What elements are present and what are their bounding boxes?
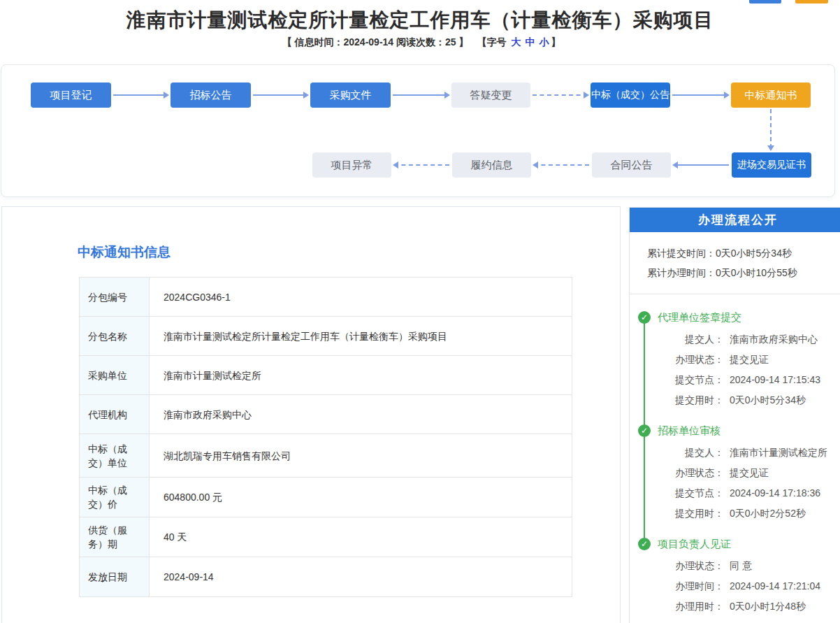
arrow-down-dashed-icon [770, 109, 772, 148]
table-row: 分包编号 2024CG0346-1 [80, 278, 572, 317]
process-detail: 办理状态：同 意 [658, 556, 840, 576]
arrow-right-dashed-icon [533, 94, 588, 96]
partial-button-primary[interactable] [749, 0, 781, 3]
detail-label: 办理状态： [658, 350, 724, 370]
table-row: 采购单位 淮南市计量测试检定所 [80, 356, 572, 395]
arrow-right-icon [672, 94, 728, 96]
detail-label: 提交节点： [658, 370, 724, 390]
row-value: 淮南市政府采购中心 [150, 395, 572, 434]
page: 淮南市计量测试检定所计量检定工作用车（计量检衡车）采购项目 【 信息时间：202… [0, 0, 840, 623]
detail-value: 0天0小时2分52秒 [730, 503, 806, 524]
row-label: 中标（成交）价 [80, 478, 150, 517]
row-label: 中标（成交）单位 [80, 434, 150, 477]
process-sidebar: 办理流程公开 累计提交时间：0天0小时5分34秒 累计办理时间：0天0小时10分… [629, 207, 840, 623]
detail-label: 办理时间： [658, 576, 724, 596]
arrow-right-icon [253, 94, 307, 96]
detail-value: 淮南市计量测试检定所 [730, 443, 827, 463]
process-detail: 办理用时：0天0小时1分48秒 [658, 596, 840, 617]
notice-heading: 中标通知书信息 [78, 243, 171, 262]
detail-label: 提交节点： [658, 483, 724, 503]
row-value: 604800.00 元 [150, 478, 572, 517]
partial-button-warning[interactable] [795, 0, 828, 3]
row-value: 40 天 [150, 517, 572, 557]
detail-value: 0天0小时5分34秒 [730, 390, 806, 410]
flow-step-transaction-certificate[interactable]: 进场交易见证书 [732, 152, 811, 178]
detail-value: 提交见证 [730, 463, 769, 483]
detail-label: 提交人： [658, 443, 724, 463]
flow-step-performance-info[interactable]: 履约信息 [452, 152, 531, 178]
process-step-title: 招标单位审核 [658, 423, 840, 438]
flow-step-qa-changes[interactable]: 答疑变更 [451, 83, 530, 108]
process-step-details: 办理状态：同 意 办理时间：2024-09-14 17:21:04 办理用时：0… [658, 556, 840, 617]
summary-label: 累计提交时间： [647, 248, 716, 259]
sidebar-header: 办理流程公开 [630, 208, 840, 232]
arrow-left-dashed-icon [394, 164, 449, 166]
process-step-title: 项目负责人见证 [658, 536, 840, 552]
notice-info-table: 分包编号 2024CG0346-1 分包名称 淮南市计量测试检定所计量检定工作用… [79, 277, 572, 597]
detail-value: 2024-09-14 17:18:36 [730, 483, 820, 503]
info-line: 【 信息时间：2024-09-14 阅读次数：25 】 【字号大中小】 [0, 36, 840, 49]
row-value: 湖北凯瑞专用车销售有限公司 [150, 434, 572, 477]
summary-label: 累计办理时间： [647, 267, 716, 278]
arrow-right-icon [113, 94, 168, 96]
process-detail: 办理时间：2024-09-14 17:21:04 [658, 576, 840, 596]
check-icon: ✓ [638, 538, 651, 550]
row-value: 淮南市计量测试检定所 [150, 356, 572, 394]
process-step-details: 提交人：淮南市计量测试检定所 办理状态：提交见证 提交节点：2024-09-14… [658, 443, 840, 524]
detail-value: 2024-09-14 17:21:04 [730, 576, 820, 596]
detail-value: 0天0小时1分48秒 [730, 596, 806, 617]
process-detail: 提交用时：0天0小时5分34秒 [658, 390, 840, 410]
process-detail: 提交用时：0天0小时2分52秒 [658, 503, 840, 524]
row-value: 2024-09-14 [150, 557, 572, 596]
process-detail: 办理状态：提交见证 [658, 463, 840, 483]
flow-step-project-registration[interactable]: 项目登记 [31, 83, 111, 108]
detail-label: 提交用时： [658, 503, 724, 524]
row-label: 发放日期 [80, 557, 150, 596]
summary-line: 累计提交时间：0天0小时5分34秒 [647, 243, 840, 263]
flow-step-procurement-documents[interactable]: 采购文件 [310, 83, 391, 108]
row-label: 采购单位 [80, 356, 150, 394]
process-step: ✓ 代理单位签章提交 提交人：淮南市政府采购中心 办理状态：提交见证 提交节点：… [630, 310, 840, 410]
flow-step-project-abnormal[interactable]: 项目异常 [312, 152, 391, 178]
row-value: 淮南市计量测试检定所计量检定工作用车（计量检衡车）采购项目 [150, 317, 572, 355]
page-title: 淮南市计量测试检定所计量检定工作用车（计量检衡车）采购项目 [0, 7, 840, 34]
detail-value: 2024-09-14 17:15:43 [730, 370, 820, 390]
font-size-small[interactable]: 小 [539, 36, 549, 48]
table-row: 发放日期 2024-09-14 [80, 557, 572, 596]
process-summary: 累计提交时间：0天0小时5分34秒 累计办理时间：0天0小时10分55秒 [630, 232, 840, 294]
row-label: 分包名称 [80, 317, 150, 355]
flow-step-award-notice[interactable]: 中标通知书 [731, 83, 811, 108]
check-icon: ✓ [638, 424, 651, 437]
row-value: 2024CG0346-1 [150, 278, 572, 316]
detail-value: 同 意 [730, 556, 752, 576]
process-detail: 提交人：淮南市政府采购中心 [658, 329, 840, 350]
process-step-details: 提交人：淮南市政府采购中心 办理状态：提交见证 提交节点：2024-09-14 … [658, 329, 840, 410]
process-step-title: 代理单位签章提交 [658, 310, 840, 325]
info-meta: 【 信息时间：2024-09-14 阅读次数：25 】 [282, 36, 469, 48]
table-row: 中标（成交）价 604800.00 元 [80, 478, 572, 517]
row-label: 代理机构 [80, 395, 150, 434]
summary-value: 0天0小时5分34秒 [716, 248, 792, 259]
process-flow-card: 项目登记 招标公告 采购文件 答疑变更 中标（成交）公告 中标通知书 项目异常 … [1, 64, 835, 197]
font-size-medium[interactable]: 中 [525, 36, 535, 48]
arrow-left-icon [674, 164, 729, 166]
detail-label: 办理状态： [658, 556, 724, 576]
table-row: 代理机构 淮南市政府采购中心 [80, 395, 572, 434]
table-row: 中标（成交）单位 湖北凯瑞专用车销售有限公司 [80, 434, 572, 478]
row-label: 分包编号 [80, 278, 150, 316]
process-detail: 提交人：淮南市计量测试检定所 [658, 443, 840, 463]
table-row: 供货（服务）期 40 天 [80, 517, 572, 557]
summary-value: 0天0小时10分55秒 [716, 267, 797, 278]
detail-value: 提交见证 [730, 350, 769, 370]
arrow-right-icon [393, 94, 449, 96]
flow-step-contract-announcement[interactable]: 合同公告 [592, 152, 671, 178]
flow-step-award-announcement[interactable]: 中标（成交）公告 [591, 83, 670, 108]
summary-line: 累计办理时间：0天0小时10分55秒 [647, 263, 840, 282]
process-timeline: ✓ 代理单位签章提交 提交人：淮南市政府采购中心 办理状态：提交见证 提交节点：… [630, 294, 840, 617]
font-size-large[interactable]: 大 [511, 36, 521, 48]
process-detail: 提交节点：2024-09-14 17:15:43 [658, 370, 840, 390]
flow-step-tender-announcement[interactable]: 招标公告 [171, 83, 251, 108]
detail-label: 提交用时： [658, 390, 724, 410]
award-notice-card: 中标通知书信息 分包编号 2024CG0346-1 分包名称 淮南市计量测试检定… [1, 206, 621, 623]
font-size-label-close: 】 [551, 36, 560, 48]
